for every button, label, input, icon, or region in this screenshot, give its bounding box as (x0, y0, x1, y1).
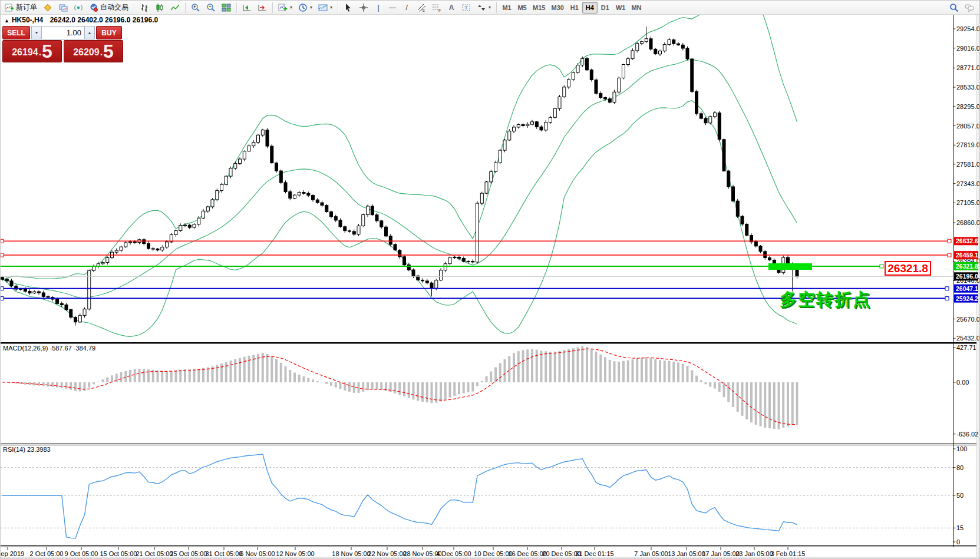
candle-body (70, 310, 72, 317)
volume-decrease-button[interactable]: ▼ (31, 26, 42, 39)
cursor-button[interactable] (341, 1, 356, 14)
candlestick-button[interactable] (152, 1, 167, 14)
candle-body (407, 265, 410, 270)
charts-button[interactable] (40, 1, 55, 14)
bar-chart-button[interactable] (137, 1, 152, 14)
crosshair-button[interactable] (356, 1, 371, 14)
periods-button[interactable]: ▾ (295, 1, 315, 14)
candle-body (24, 289, 27, 291)
zoom-in-button[interactable] (188, 1, 203, 14)
price-tick-label: 25670.0 (956, 316, 980, 323)
candle-body (618, 78, 621, 92)
candle-body (302, 193, 305, 194)
time-axis-label: 5 Sep 2019 (1, 550, 24, 557)
signal-button[interactable] (71, 1, 86, 14)
time-axis-label: 7 Jan 05:00 (634, 550, 668, 557)
candle-body (321, 203, 324, 206)
candle-body (47, 296, 50, 297)
candle-body (197, 218, 200, 224)
price-tick-label: 28057.0 (956, 123, 980, 130)
arrows-button[interactable]: ▾ (474, 1, 494, 14)
candle-body (699, 114, 702, 118)
new-order-label: 新订单 (16, 2, 37, 12)
candle-body (394, 244, 397, 250)
tab-timeframe-h4[interactable]: H4 (582, 2, 598, 14)
sell-button[interactable]: SELL (2, 26, 30, 39)
chart-shift-button[interactable] (255, 1, 270, 14)
chart-canvas[interactable]: 29254.029016.028771.028533.028295.028057… (1, 15, 980, 559)
candle-body (773, 260, 776, 266)
line-chart-button[interactable] (167, 1, 183, 14)
candle-body (83, 309, 86, 316)
one-click-trade-panel: SELL ▼ ▲ BUY 26194.5 26209.5 (2, 26, 123, 62)
buy-price-box[interactable]: 26209.5 (64, 40, 123, 62)
tile-windows-button[interactable] (219, 1, 234, 14)
indicators-button[interactable]: ▾ (275, 1, 295, 14)
fibonacci-button[interactable]: F (429, 1, 444, 14)
buy-price-dot: . (100, 45, 103, 60)
price-annotation-box[interactable]: 26321.8 (885, 261, 931, 276)
candle-body (517, 125, 520, 127)
svg-text:T: T (465, 5, 468, 11)
horizontal-line-button[interactable]: — (385, 1, 400, 14)
candle-body (229, 168, 232, 177)
candle-body (375, 215, 378, 221)
line-handle (880, 264, 883, 268)
candle-body (339, 220, 342, 227)
candle-body (782, 257, 785, 273)
zoom-out-button[interactable] (203, 1, 219, 14)
tab-timeframe-m1[interactable]: M1 (499, 2, 514, 14)
candle-body (143, 240, 146, 244)
new-order-button[interactable]: 新订单 (2, 1, 40, 14)
candle-body (714, 113, 717, 117)
chat-button[interactable] (962, 1, 977, 14)
rsi-tick-label: 100 (956, 445, 967, 452)
price-tick-label: 28771.0 (956, 64, 980, 71)
vertical-line-icon: | (374, 4, 382, 12)
tab-timeframe-d1[interactable]: D1 (598, 2, 613, 14)
candle-body (206, 207, 209, 211)
candle-body (334, 217, 337, 220)
autotrade-button[interactable]: 自动交易 (86, 1, 131, 14)
tab-timeframe-mn[interactable]: MN (628, 2, 644, 14)
macd-tick-label: 427.71 (956, 344, 976, 351)
search-symbol-button[interactable] (946, 1, 962, 14)
auto-scroll-button[interactable] (239, 1, 255, 14)
new-order-icon (5, 3, 14, 12)
time-axis-label: 4 Dec 05:00 (436, 550, 471, 557)
text-label-button[interactable]: T (458, 1, 474, 14)
trendline-button[interactable]: / (400, 1, 414, 14)
sell-price-box[interactable]: 26194.5 (2, 40, 62, 62)
macd-tick-label: 0.00 (956, 379, 969, 386)
volume-input[interactable] (42, 26, 84, 39)
candle-body (325, 206, 328, 212)
search-icon (949, 3, 959, 12)
candle-body (352, 231, 355, 234)
volume-increase-button[interactable]: ▲ (84, 26, 95, 39)
candle-body (626, 59, 629, 65)
buy-button[interactable]: BUY (96, 26, 122, 39)
price-badge-label: 25924.2 (956, 295, 978, 302)
tab-timeframe-h1[interactable]: H1 (567, 2, 582, 14)
candle-body (293, 195, 296, 199)
svg-text:F: F (438, 8, 441, 12)
time-axis-label: 15 Oct 05:00 (100, 550, 137, 557)
chart-shift-icon (258, 3, 267, 12)
candle-body (65, 305, 68, 310)
main-toolbar: 新订单 自动交易 (1, 1, 980, 15)
text-button[interactable]: A (444, 1, 458, 14)
vertical-line-button[interactable]: | (371, 1, 385, 14)
candle-body (243, 151, 246, 159)
channel-button[interactable]: E (414, 1, 429, 14)
candle-body (147, 243, 150, 249)
line-handle (1, 239, 4, 243)
tab-timeframe-m15[interactable]: M15 (530, 2, 548, 14)
profiles-button[interactable] (55, 1, 71, 14)
templates-button[interactable]: ▾ (315, 1, 335, 14)
rsi-tick-label: 80 (956, 464, 963, 471)
tab-timeframe-w1[interactable]: W1 (613, 2, 629, 14)
candle-body (768, 257, 771, 260)
tab-timeframe-m5[interactable]: M5 (514, 2, 530, 14)
candle-body (42, 293, 45, 296)
tab-timeframe-m30[interactable]: M30 (548, 2, 566, 14)
